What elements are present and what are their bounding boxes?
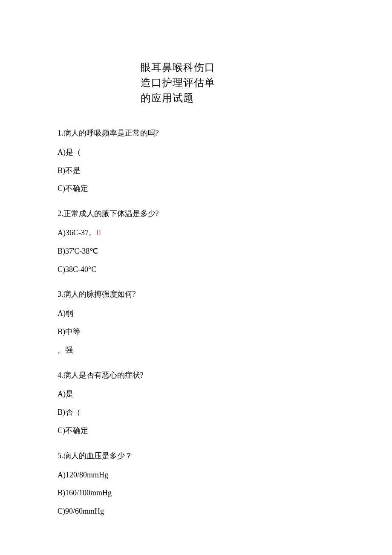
question-text: 2.正常成人的腋下体温是多少?	[58, 208, 334, 220]
option-prefix: B)	[58, 327, 65, 336]
option-prefix: B)	[58, 247, 65, 255]
question-text: 1.病人的呼吸频率是正常的吗?	[58, 127, 334, 139]
option: A)36C-37。Ii	[58, 227, 334, 239]
question-text: 5.病人的血压是多少？	[58, 450, 334, 462]
option: C)不确定	[58, 182, 334, 195]
option-prefix: 。	[58, 346, 65, 354]
option-text: 90/60mmHg	[65, 507, 104, 515]
option-text: 不确定	[65, 184, 88, 193]
option-text: 是（	[66, 148, 81, 156]
title-line-1: 眼耳鼻喉科伤口	[141, 60, 251, 75]
option-prefix: B)	[58, 166, 65, 175]
option-prefix: A)	[58, 309, 66, 318]
option-text: 是	[66, 390, 73, 398]
option-prefix: C)	[58, 507, 65, 515]
title-line-2: 造口护理评估单	[141, 75, 251, 90]
option-text: 38C-40°C	[65, 265, 96, 274]
option-colored: Ii	[96, 228, 101, 237]
option-prefix: A)	[58, 148, 66, 156]
option-prefix: C)	[58, 426, 65, 435]
option-prefix: A)	[58, 228, 66, 237]
option: 。强	[58, 344, 334, 356]
option: B)中等	[58, 326, 334, 338]
option: B)不是	[58, 165, 334, 177]
question-block: 2.正常成人的腋下体温是多少? A)36C-37。Ii B)37'C-38℃ C…	[58, 208, 334, 275]
option: A)120/80mmHg	[58, 469, 334, 481]
option-prefix: A)	[58, 390, 66, 398]
option: C)不确定	[58, 425, 334, 437]
option: B)37'C-38℃	[58, 245, 334, 257]
option-text: 不是	[65, 166, 81, 175]
option-text: 强	[65, 346, 73, 354]
option-text: 36C-37。	[66, 228, 96, 237]
option: A)是（	[58, 146, 334, 159]
option-prefix: A)	[58, 471, 66, 479]
option-text: 37'C-38℃	[65, 247, 98, 255]
option: A)弱	[58, 307, 334, 320]
option-prefix: C)	[58, 184, 65, 193]
option-prefix: C)	[58, 265, 65, 274]
option-text: 中等	[65, 327, 81, 336]
option-text: 120/80mmHg	[66, 471, 108, 479]
option: A)是	[58, 388, 334, 400]
document-title: 眼耳鼻喉科伤口 造口护理评估单 的应用试题	[141, 60, 251, 106]
question-block: 5.病人的血压是多少？ A)120/80mmHg B)160/100mmHg C…	[58, 450, 334, 517]
option-text: 弱	[66, 309, 73, 318]
question-block: 1.病人的呼吸频率是正常的吗? A)是（ B)不是 C)不确定	[58, 127, 334, 195]
option-text: 不确定	[65, 426, 88, 435]
option: B)160/100mmHg	[58, 487, 334, 499]
option: C)38C-40°C	[58, 263, 334, 276]
option-prefix: B)	[58, 408, 65, 416]
title-line-3: 的应用试题	[141, 90, 251, 106]
question-block: 4.病人是否有恶心的症状? A)是 B)否（ C)不确定	[58, 369, 334, 437]
option-text: 否（	[65, 408, 81, 416]
question-block: 3.病人的脉搏强度如何? A)弱 B)中等 。强	[58, 288, 334, 356]
question-text: 3.病人的脉搏强度如何?	[58, 288, 334, 301]
option: B)否（	[58, 406, 334, 419]
option: C)90/60mmHg	[58, 505, 334, 517]
question-text: 4.病人是否有恶心的症状?	[58, 369, 334, 382]
option-prefix: B)	[58, 489, 65, 497]
option-text: 160/100mmHg	[65, 489, 112, 497]
